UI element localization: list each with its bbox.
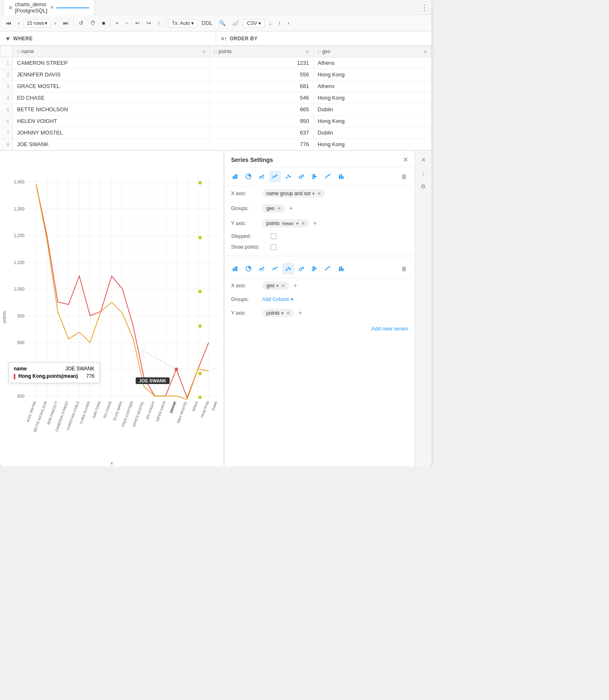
col-name-label: name xyxy=(22,49,34,54)
x-axis-dropdown-2[interactable]: ▾ xyxy=(276,283,279,289)
svg-text:1,400: 1,400 xyxy=(14,180,24,184)
svg-text:GRACE MOSTEL: GRACE MOSTEL xyxy=(132,400,145,428)
chart-type-hbar-btn[interactable] xyxy=(309,171,321,182)
show-points-checkbox[interactable] xyxy=(270,244,276,250)
rows-selector[interactable]: 15 rows ▾ xyxy=(24,19,50,27)
y-axis-remove-1[interactable]: ✕ xyxy=(301,221,305,226)
ddl-button[interactable]: DDL xyxy=(199,19,215,27)
csv-selector[interactable]: CSV ▾ xyxy=(243,19,265,27)
cell-geo: Dublin xyxy=(313,127,431,139)
refresh-button[interactable]: ↺ xyxy=(76,19,86,27)
y-axis-tag-1[interactable]: points mean ▾ ✕ xyxy=(262,219,309,228)
s2-chart-type-hbar-btn[interactable] xyxy=(309,263,321,274)
x-axis-tag-1[interactable]: name group and sor ▾ ✕ xyxy=(262,189,325,198)
cell-points: 637 xyxy=(209,127,313,139)
chart-type-bubble-btn[interactable] xyxy=(296,171,307,182)
x-axis-tag-2[interactable]: geo ▾ ✕ xyxy=(262,281,289,290)
group-add-1[interactable]: + xyxy=(289,205,293,212)
nav-last-button[interactable]: ⏭ xyxy=(61,19,71,27)
download-button[interactable]: ↓ xyxy=(266,19,274,27)
x-axis-remove-1[interactable]: ✕ xyxy=(317,191,321,196)
chart-type-scatter-btn[interactable] xyxy=(283,171,294,182)
row-num-header xyxy=(0,46,13,57)
s2-chart-type-area-btn[interactable] xyxy=(256,263,268,274)
more-menu-button[interactable]: ⋮ xyxy=(421,3,428,12)
stepped-checkbox[interactable] xyxy=(270,233,276,239)
chart-type-pie-btn[interactable] xyxy=(243,171,254,182)
add-col-dropdown-icon: ▾ xyxy=(291,296,293,302)
side-settings-button[interactable]: ⚙ xyxy=(418,181,429,192)
forward-button[interactable]: › xyxy=(285,19,292,27)
chart-type-area-btn[interactable] xyxy=(256,171,268,182)
history-button[interactable]: ⏱ xyxy=(88,19,98,27)
chart-type-vbar-btn[interactable] xyxy=(336,171,347,182)
panel-close-button[interactable]: ✕ xyxy=(403,156,408,164)
y-axis-remove-2[interactable]: ✕ xyxy=(286,311,290,316)
row-number: 3 xyxy=(0,81,13,92)
s2-chart-type-step-btn[interactable] xyxy=(322,263,334,274)
redo-button[interactable]: ↪ xyxy=(144,19,153,27)
y-axis-dropdown-1[interactable]: ▾ xyxy=(296,221,299,226)
cell-name: ED CHASE xyxy=(13,92,210,104)
y-axis-add-2[interactable]: + xyxy=(298,309,302,317)
chart-type-line-btn[interactable] xyxy=(269,171,281,182)
s2-chart-type-pie-btn[interactable] xyxy=(243,263,254,274)
col-points-header[interactable]: □ points ⇅ xyxy=(209,46,313,57)
nav-first-button[interactable]: ⏮ xyxy=(3,19,14,27)
s2-chart-type-vbar-btn[interactable] xyxy=(336,263,347,274)
x-axis-remove-2[interactable]: ✕ xyxy=(281,283,285,289)
export-button[interactable]: ↑ xyxy=(276,19,284,27)
series-2: 🗑 X axis: geo ▾ ✕ + Groups: Add xyxy=(224,259,415,321)
x-axis-add-2[interactable]: + xyxy=(293,282,297,289)
chart-type-step-btn[interactable] xyxy=(322,171,334,182)
chart-button[interactable]: 📈 xyxy=(230,19,241,27)
s2-chart-type-scatter-btn[interactable] xyxy=(283,263,294,274)
sort-icon: ≡↑ xyxy=(221,35,227,42)
y-axis-dropdown-2[interactable]: ▾ xyxy=(281,311,284,316)
y-axis-agg-1[interactable]: mean xyxy=(282,221,294,226)
search-button[interactable]: 🔍 xyxy=(217,19,228,27)
group-remove-1[interactable]: ✕ xyxy=(277,206,281,211)
table-row: 3 GRACE MOSTEL 681 Athens xyxy=(0,81,431,92)
svg-rect-77 xyxy=(233,268,234,271)
title-tab[interactable]: ⊞ charts_demo [PostgreSQL] ✕ xyxy=(3,0,95,15)
tx-label: Tx: Auto xyxy=(172,20,190,26)
tx-selector[interactable]: Tx: Auto ▾ xyxy=(168,19,197,27)
s2-chart-type-bubble-btn[interactable] xyxy=(296,263,307,274)
svg-rect-72 xyxy=(312,176,317,177)
x-axis-row-2: X axis: geo ▾ ✕ + xyxy=(224,278,415,293)
svg-point-37 xyxy=(198,290,202,293)
col-name-header[interactable]: □ name ⇅ xyxy=(13,46,210,57)
cell-name: JOE SWANK xyxy=(13,139,210,150)
stop-button[interactable]: ■ xyxy=(100,19,108,27)
nav-next-button[interactable]: › xyxy=(52,19,58,27)
remove-row-button[interactable]: − xyxy=(123,19,131,27)
group-tag-1[interactable]: geo ✕ xyxy=(262,204,285,213)
nav-prev-button[interactable]: ‹ xyxy=(15,19,22,27)
upload-button[interactable]: ↑ xyxy=(155,19,163,27)
y-axis-add-1[interactable]: + xyxy=(313,220,317,227)
side-download-button[interactable]: ↓ xyxy=(418,167,429,179)
x-axis-dropdown-1[interactable]: ▾ xyxy=(312,191,315,196)
series-2-delete-btn[interactable]: 🗑 xyxy=(398,263,410,274)
add-column-button[interactable]: Add Column ▾ xyxy=(262,296,293,302)
row-number: 4 xyxy=(0,92,13,104)
cell-name: GRACE MOSTEL xyxy=(13,81,210,92)
groups-row-1: Groups: geo ✕ + xyxy=(224,201,415,216)
col-geo-header[interactable]: □ geo ⇅ xyxy=(313,46,431,57)
chart-type-bar-btn[interactable] xyxy=(229,171,241,182)
undo-button[interactable]: ↩ xyxy=(133,19,142,27)
stepped-row: Stepped: xyxy=(224,231,415,242)
table-row: 7 JOHNNY MOSTEL 637 Dublin xyxy=(0,127,431,139)
side-close-button[interactable]: ✕ xyxy=(418,154,429,166)
cell-name: BETTE NICHOLSON xyxy=(13,104,210,115)
add-new-series-button[interactable]: Add new series xyxy=(371,326,408,332)
s2-chart-type-line-btn[interactable] xyxy=(269,263,281,274)
y-axis-tag-2[interactable]: points ▾ ✕ xyxy=(262,309,294,317)
svg-point-35 xyxy=(198,181,202,184)
s2-chart-type-bar-btn[interactable] xyxy=(229,263,241,274)
series-1-delete-btn[interactable]: 🗑 xyxy=(398,171,410,182)
tab-close-button[interactable]: ✕ xyxy=(50,5,54,10)
svg-rect-91 xyxy=(341,266,342,271)
add-row-button[interactable]: + xyxy=(113,19,122,27)
